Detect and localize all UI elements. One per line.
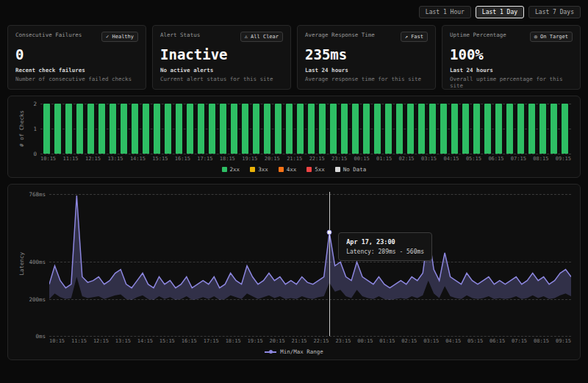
- latency-chart-panel: Latency 768ms400ms200ms0ms Apr 17, 23:00…: [7, 184, 581, 360]
- x-axis-tick-label: 09:15: [556, 156, 571, 162]
- badge-label: On Target: [540, 34, 568, 40]
- x-axis-tick-label: 13:15: [115, 338, 131, 344]
- checks-legend: 2xx3xx4xx5xxNo Data: [17, 166, 571, 173]
- x-axis-tick-label: 07:15: [512, 338, 527, 344]
- status-check-bar: [396, 104, 403, 154]
- legend-item-2xx[interactable]: 2xx: [222, 166, 240, 173]
- time-range-button-1h[interactable]: Last 1 Hour: [419, 6, 471, 18]
- x-axis-tick-label: 10:15: [49, 338, 65, 344]
- x-axis-tick-label: 22:15: [309, 156, 325, 162]
- card-description: Average response time for this site: [305, 76, 428, 82]
- status-check-bar: [132, 104, 138, 154]
- latency-ytick-label: 400ms: [29, 259, 46, 265]
- card-alert-status: Alert Status ⚠ All Clear Inactive No act…: [152, 25, 291, 90]
- status-check-bar: [462, 104, 469, 154]
- card-header: Average Response Time ↗ Fast: [305, 32, 428, 42]
- status-check-bar: [528, 104, 535, 154]
- status-badge-fast: ↗ Fast: [401, 32, 428, 42]
- badge-label: All Clear: [251, 34, 279, 40]
- status-check-bar: [308, 104, 315, 154]
- check-icon: ✓: [106, 34, 109, 40]
- stats-row: Consecutive Failures ✓ Healthy 0 Recent …: [7, 25, 581, 90]
- status-check-bar: [440, 104, 447, 154]
- x-axis-tick-label: 05:15: [466, 156, 481, 162]
- status-check-bar: [76, 104, 83, 154]
- x-axis-tick-label: 14:15: [130, 156, 146, 162]
- x-axis-tick-label: 12:15: [85, 156, 101, 162]
- card-value: 100%: [450, 46, 573, 62]
- x-axis-tick-label: 17:15: [204, 338, 219, 344]
- status-check-bar: [506, 104, 513, 154]
- status-check-bar: [517, 104, 524, 154]
- x-axis-tick-label: 05:15: [467, 338, 483, 344]
- status-check-bar: [341, 104, 348, 154]
- x-axis-tick-label: 03:15: [421, 156, 437, 162]
- card-description: Current alert status for this site: [160, 76, 283, 82]
- crosshair-line: [329, 192, 330, 336]
- card-value: 235ms: [305, 46, 428, 62]
- x-axis-tick-label: 13:15: [107, 156, 123, 162]
- x-axis-tick-label: 09:15: [556, 338, 571, 344]
- status-check-bar: [407, 104, 414, 154]
- status-check-bar: [330, 104, 337, 154]
- x-axis-tick-label: 19:15: [242, 156, 257, 162]
- checks-gridline: [40, 154, 571, 154]
- x-axis-tick-label: 19:15: [248, 338, 263, 344]
- tooltip-value: Latency: 289ms - 560ms: [346, 248, 424, 255]
- legend-swatch: [250, 167, 255, 172]
- status-check-bar: [110, 104, 116, 154]
- time-range-button-1d[interactable]: Last 1 Day: [476, 6, 524, 18]
- legend-label: Min/Max Range: [280, 348, 323, 355]
- latency-y-axis-title: Latency: [17, 192, 26, 336]
- legend-item-4xx[interactable]: 4xx: [279, 166, 297, 173]
- x-axis-tick-label: 08:15: [533, 156, 548, 162]
- status-check-bar: [363, 104, 370, 154]
- checks-yticks: 210: [26, 104, 40, 154]
- legend-label: 5xx: [315, 166, 325, 173]
- status-badge-all-clear: ⚠ All Clear: [240, 32, 283, 42]
- status-check-bar: [242, 104, 248, 154]
- card-subtitle: No active alerts: [160, 67, 283, 74]
- tooltip-timestamp: Apr 17, 23:00: [346, 238, 424, 246]
- card-description: Overall uptime percentage for this site: [450, 76, 573, 89]
- x-axis-tick-label: 16:15: [175, 156, 190, 162]
- x-axis-tick-label: 20:15: [265, 156, 280, 162]
- target-icon: ◎: [534, 34, 537, 40]
- checks-plot[interactable]: [40, 104, 571, 154]
- x-axis-tick-label: 07:15: [511, 156, 526, 162]
- legend-item-minmax-range[interactable]: Min/Max Range: [265, 348, 323, 355]
- status-check-bar: [187, 104, 193, 154]
- x-axis-tick-label: 11:15: [71, 338, 87, 344]
- latency-ytick-label: 768ms: [29, 191, 46, 198]
- checks-y-axis-title: # of Checks: [17, 104, 26, 154]
- legend-item-no-data[interactable]: No Data: [335, 166, 367, 173]
- time-range-button-7d[interactable]: Last 7 Days: [528, 6, 581, 18]
- x-axis-tick-label: 18:15: [220, 156, 235, 162]
- x-axis-tick-label: 17:15: [197, 156, 212, 162]
- x-axis-tick-label: 02:15: [399, 156, 415, 162]
- status-check-bar: [43, 104, 50, 154]
- status-check-bar: [551, 104, 557, 154]
- status-check-bar: [198, 104, 204, 154]
- status-check-bar: [165, 104, 171, 154]
- legend-item-3xx[interactable]: 3xx: [250, 166, 268, 173]
- status-check-bar: [484, 104, 491, 154]
- latency-svg: [49, 192, 571, 336]
- legend-item-5xx[interactable]: 5xx: [306, 166, 325, 173]
- x-axis-tick-label: 00:15: [354, 156, 370, 162]
- legend-swatch: [306, 167, 312, 172]
- status-check-bar: [385, 104, 392, 154]
- card-title: Alert Status: [160, 32, 200, 38]
- status-check-bar: [209, 104, 215, 154]
- x-axis-tick-label: 22:15: [313, 338, 329, 344]
- latency-plot[interactable]: Apr 17, 23:00 Latency: 289ms - 560ms: [49, 192, 571, 336]
- status-check-bar: [121, 104, 127, 154]
- badge-label: Healthy: [112, 34, 134, 40]
- x-axis-tick-label: 15:15: [159, 338, 175, 344]
- status-check-bar: [65, 104, 72, 154]
- latency-chart: Latency 768ms400ms200ms0ms Apr 17, 23:00…: [17, 192, 571, 336]
- legend-swatch: [335, 167, 340, 172]
- checks-chart: # of Checks 210: [17, 104, 571, 154]
- x-axis-tick-label: 03:15: [423, 338, 439, 344]
- card-title: Average Response Time: [305, 32, 375, 38]
